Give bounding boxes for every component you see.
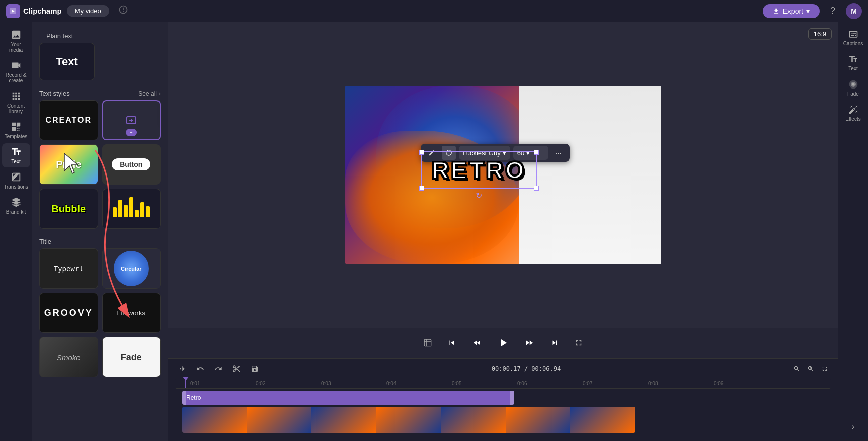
style-card-smoke[interactable]: Smoke Smoke Add (39, 337, 98, 377)
right-panel-effects[interactable]: Effects (840, 102, 866, 125)
sidebar-item-transitions[interactable]: Transitions (2, 168, 30, 193)
canvas-text-retro[interactable]: ReTRo (432, 156, 526, 184)
style-card-typewriter[interactable]: Typewrl Typewriter Add (39, 248, 98, 289)
style-card-circular[interactable]: Circular Circular Add (102, 248, 161, 289)
aspect-ratio-badge: 16:9 (808, 28, 832, 40)
split-icon (178, 365, 186, 373)
resize-handle-tl[interactable] (419, 150, 424, 155)
fullscreen-timeline-button[interactable] (819, 363, 831, 375)
fireworks-add-btn[interactable]: Add (121, 314, 141, 323)
marker-003: 0:03 (321, 381, 331, 386)
style-card-groovy[interactable]: GROOVY Groovy Add (39, 293, 98, 333)
timeline-tracks: Retro (168, 389, 838, 437)
redo-icon (214, 365, 222, 373)
sidebar-label-your-media: Your media (4, 42, 28, 53)
rotate-handle[interactable]: ↻ (476, 191, 482, 200)
export-button[interactable]: Export ▾ (763, 4, 820, 18)
playback-controls (168, 328, 838, 358)
more-options-button[interactable] (114, 3, 132, 19)
zoom-out-button[interactable] (791, 363, 803, 375)
save-frame-button[interactable] (248, 362, 262, 376)
video-title-button[interactable]: My video (67, 5, 109, 17)
circular-add-btn[interactable]: Add (121, 270, 141, 279)
sidebar-item-content-library[interactable]: Content library (2, 87, 30, 117)
sidebar-item-your-media[interactable]: Your media (2, 26, 30, 56)
marker-001: 0:01 (190, 381, 200, 386)
text-track[interactable]: Retro (182, 391, 514, 405)
skip-to-end-button[interactable] (545, 334, 564, 352)
playhead[interactable] (185, 379, 186, 388)
sidebar-label-templates: Templates (5, 134, 28, 139)
sidebar-label-content-library: Content library (4, 103, 28, 114)
bars-add-btn[interactable]: Add (121, 210, 141, 219)
fast-forward-icon (525, 338, 534, 347)
groovy-add-btn[interactable]: Add (58, 314, 78, 323)
caption-label: Captions (843, 41, 863, 46)
split-button[interactable] (175, 362, 189, 376)
right-panel-captions[interactable]: Captions (840, 26, 866, 49)
video-thumbnails (182, 407, 635, 433)
more-text-options-button[interactable]: ··· (551, 146, 566, 160)
rewind-button[interactable] (468, 334, 486, 352)
fade-add-btn[interactable]: Add (121, 359, 141, 368)
help-button[interactable]: ? (825, 3, 841, 19)
right-panel-fade[interactable]: Fade (840, 76, 866, 100)
plain-text-title: Plain text (39, 27, 161, 43)
button-add-btn[interactable]: Add (121, 166, 141, 175)
center-area: 16:9 Luckiest Guy (168, 22, 838, 441)
style-card-bars[interactable]: Bars Add (102, 189, 161, 229)
style-card-fade[interactable]: Fade Fade Add (102, 337, 161, 377)
play-button[interactable] (493, 333, 513, 353)
save-frame-icon (251, 365, 259, 373)
right-panel: Captions Text Fade Effects › (838, 22, 868, 441)
fullscreen-icon (574, 338, 583, 347)
video-track[interactable] (182, 407, 635, 433)
undo-button[interactable] (193, 362, 207, 376)
track-handle-right[interactable] (510, 391, 514, 405)
right-panel-text[interactable]: Text (840, 51, 866, 74)
zoom-in-button[interactable] (805, 363, 817, 375)
cut-button[interactable] (229, 362, 244, 376)
see-all-button[interactable]: See all › (138, 90, 161, 97)
user-avatar[interactable]: M (846, 3, 862, 19)
grid-icon (11, 91, 22, 102)
plain-text-section: Plain text Text (32, 22, 168, 85)
style-card-pride[interactable]: Pride Pride Add (39, 144, 98, 185)
typewriter-add-btn[interactable]: Add (58, 270, 78, 279)
rewind-icon (472, 338, 482, 347)
sidebar-item-record-create[interactable]: Record & create (2, 57, 30, 86)
sidebar-item-text[interactable]: Text (2, 143, 30, 167)
sidebar-item-brand-kit[interactable]: Brand kit (2, 194, 30, 218)
resize-handle-br[interactable] (534, 186, 539, 191)
style-card-textbox[interactable]: + Text box Add to timeline (102, 100, 161, 140)
playhead-triangle (183, 377, 189, 381)
fast-forward-button[interactable] (520, 334, 538, 352)
screenshot-button[interactable] (420, 335, 436, 351)
canvas-text-element[interactable]: ReTRo ↻ (421, 151, 537, 189)
plain-text-card[interactable]: Text (39, 43, 95, 80)
redo-button[interactable] (211, 362, 225, 376)
text-track-label: Retro (186, 394, 201, 401)
hide-panel-button[interactable]: › (847, 421, 859, 433)
style-card-bubble[interactable]: Bubble Bubble Add (39, 189, 98, 229)
resize-handle-bl[interactable] (419, 186, 424, 191)
left-panel: Plain text Text Text styles See all › CR… (32, 22, 168, 441)
bubble-add-btn[interactable]: Add (58, 210, 78, 219)
zoom-controls (791, 363, 831, 375)
text-track-row: Retro (175, 391, 831, 405)
smoke-add-btn[interactable]: Add (58, 359, 78, 368)
resize-handle-tr[interactable] (534, 150, 539, 155)
creator-add-btn[interactable]: Add (58, 122, 78, 131)
fullscreen-button[interactable] (571, 335, 587, 351)
skip-to-start-button[interactable] (443, 334, 461, 352)
style-card-fireworks[interactable]: Fireworks Fireworks Add (102, 293, 161, 333)
video-preview: 16:9 Luckiest Guy (168, 22, 838, 328)
sidebar-label-brand-kit: Brand kit (6, 209, 26, 215)
track-handle-left[interactable] (182, 391, 186, 405)
marker-005: 0:05 (452, 381, 461, 386)
style-card-creator[interactable]: CREATOR Creator Add (39, 100, 98, 140)
pride-add-btn[interactable]: Add (58, 166, 78, 175)
style-card-button[interactable]: Button Button Add (102, 144, 161, 185)
sidebar-item-templates[interactable]: Templates (2, 118, 30, 142)
app-logo: Clipchamp (6, 4, 62, 18)
